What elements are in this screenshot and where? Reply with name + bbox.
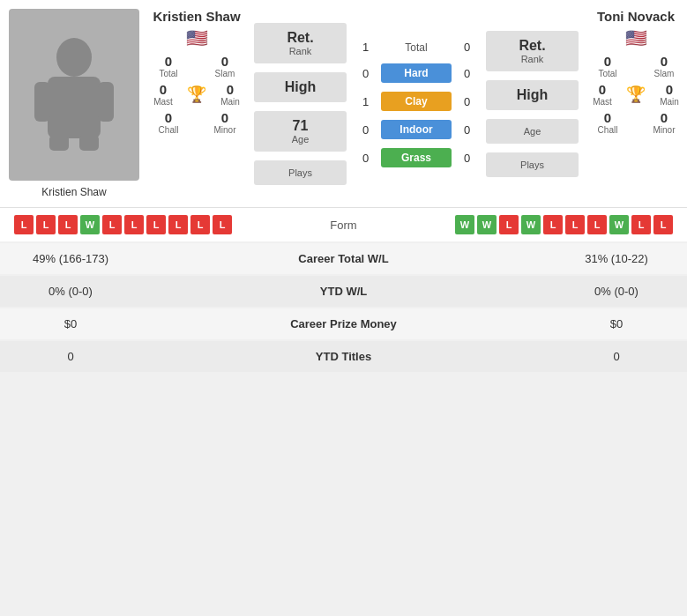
career-total-left: 49% (166-173)	[18, 252, 123, 265]
comparison-section: Kristien Shaw Kristien Shaw 🇺🇸 0 Total 0…	[0, 0, 687, 207]
left-player-stats: Kristien Shaw 🇺🇸 0 Total 0 Slam 0 Mast 🏆	[139, 9, 254, 198]
ytd-wl-right: 0% (0-0)	[564, 285, 669, 298]
left-player-flag: 🇺🇸	[186, 27, 208, 48]
right-form-8: W	[609, 215, 629, 234]
left-form-3: L	[58, 215, 78, 234]
indoor-right-val: 0	[452, 123, 482, 137]
svg-rect-2	[34, 82, 50, 122]
career-stats-section: 49% (166-173) Career Total W/L 31% (10-2…	[0, 243, 687, 372]
right-stat-mast: 0 Mast	[582, 82, 623, 107]
hard-right-val: 0	[452, 67, 482, 80]
right-player-flag: 🇺🇸	[625, 27, 647, 48]
clay-right-val: 0	[452, 95, 482, 108]
left-form-6: L	[124, 215, 144, 234]
total-label: Total	[381, 41, 452, 54]
right-stat-total: 0 Total	[582, 54, 633, 78]
right-stat-chall: 0 Chall	[582, 110, 633, 135]
grass-left-val: 0	[350, 152, 381, 165]
left-form-1: L	[14, 215, 34, 234]
right-form-4: W	[521, 215, 541, 234]
career-total-right: 31% (10-22)	[564, 252, 669, 265]
surface-row-grass: 0 Grass 0	[350, 144, 482, 172]
left-player-name-below: Kristien Shaw	[41, 186, 106, 198]
right-form-10: L	[653, 215, 673, 234]
surface-row-hard: 0 Hard 0	[350, 59, 482, 87]
svg-rect-1	[48, 77, 101, 138]
left-stat-slam: 0 Slam	[199, 54, 250, 78]
left-form-7: L	[146, 215, 166, 234]
svg-point-0	[56, 38, 92, 77]
ytd-wl-left: 0% (0-0)	[18, 285, 123, 298]
ytd-titles-row: 0 YTD Titles 0	[0, 341, 687, 372]
clay-btn: Clay	[381, 92, 452, 111]
svg-rect-5	[79, 135, 99, 151]
right-form-7: L	[587, 215, 607, 234]
career-total-row: 49% (166-173) Career Total W/L 31% (10-2…	[0, 243, 687, 274]
left-player-silhouette	[9, 9, 139, 181]
right-player-stats: Toni Novack 🇺🇸 0 Total 0 Slam 0 Mast 🏆	[579, 9, 687, 198]
left-stat-main: 0 Main	[210, 82, 250, 107]
right-form-badges: W W L W L L L W L L	[455, 215, 673, 234]
ytd-titles-right: 0	[564, 350, 669, 363]
form-row: L L L W L L L L L L Form W W L W L L L W	[14, 215, 673, 234]
ytd-wl-row: 0% (0-0) YTD W/L 0% (0-0)	[0, 276, 687, 307]
ytd-wl-label: YTD W/L	[123, 285, 564, 298]
right-form-2: W	[477, 215, 497, 234]
right-plays-panel: Plays	[486, 152, 579, 177]
left-plays-panel: Plays	[254, 160, 347, 185]
hard-left-val: 0	[350, 67, 381, 80]
left-center-panel: Ret. Rank High 71 Age Plays	[254, 9, 347, 198]
total-left-val: 1	[350, 41, 381, 54]
indoor-left-val: 0	[350, 123, 381, 137]
right-form-9: L	[631, 215, 651, 234]
svg-rect-4	[49, 135, 69, 151]
left-stat-minor: 0 Minor	[199, 110, 250, 135]
right-trophy-icon: 🏆	[626, 85, 646, 104]
prize-money-row: $0 Career Prize Money $0	[0, 308, 687, 339]
right-form-5: L	[543, 215, 563, 234]
right-form-6: L	[565, 215, 585, 234]
ytd-titles-left: 0	[18, 350, 123, 363]
left-player-photo: Kristien Shaw	[9, 9, 139, 198]
left-form-4: W	[80, 215, 100, 234]
grass-btn: Grass	[381, 148, 452, 167]
left-trophy-icon: 🏆	[187, 85, 206, 104]
center-surfaces: 1 Total 0 0 Hard 0 1 Clay 0 0 Indoor 0 0	[347, 9, 486, 198]
surface-row-clay: 1 Clay 0	[350, 87, 482, 115]
right-stat-main: 0 Main	[649, 82, 687, 107]
left-form-10: L	[213, 215, 232, 234]
right-stat-slam: 0 Slam	[638, 54, 687, 78]
left-form-9: L	[190, 215, 210, 234]
grass-right-val: 0	[452, 152, 482, 165]
right-rank-panel: Ret. Rank	[486, 31, 579, 71]
main-container: Kristien Shaw Kristien Shaw 🇺🇸 0 Total 0…	[0, 0, 687, 372]
right-player-name-top: Toni Novack	[597, 9, 675, 24]
prize-money-right: $0	[564, 317, 669, 330]
left-form-badges: L L L W L L L L L L	[14, 215, 232, 234]
left-stat-mast: 0 Mast	[143, 82, 183, 107]
right-form-1: W	[455, 215, 474, 234]
form-label: Form	[317, 219, 370, 232]
left-form-8: L	[168, 215, 188, 234]
left-player-name-top: Kristien Shaw	[153, 9, 240, 24]
clay-left-val: 1	[350, 95, 381, 108]
surface-row-indoor: 0 Indoor 0	[350, 115, 482, 144]
left-rank-panel: Ret. Rank	[254, 23, 347, 63]
left-stat-total: 0 Total	[143, 54, 194, 78]
left-form-2: L	[36, 215, 56, 234]
total-row: 1 Total 0	[350, 35, 482, 59]
left-form-5: L	[102, 215, 122, 234]
total-right-val: 0	[452, 41, 482, 54]
left-high-panel: High	[254, 72, 347, 102]
right-age-panel: Age	[486, 119, 579, 144]
right-form-3: L	[499, 215, 519, 234]
prize-money-label: Career Prize Money	[123, 317, 564, 330]
indoor-btn: Indoor	[381, 120, 452, 139]
right-stat-minor: 0 Minor	[638, 110, 687, 135]
right-high-panel: High	[486, 80, 579, 110]
form-section: L L L W L L L L L L Form W W L W L L L W	[0, 207, 687, 241]
prize-money-left: $0	[18, 317, 123, 330]
svg-rect-3	[98, 82, 114, 122]
left-stat-chall: 0 Chall	[143, 110, 194, 135]
hard-btn: Hard	[381, 63, 452, 83]
